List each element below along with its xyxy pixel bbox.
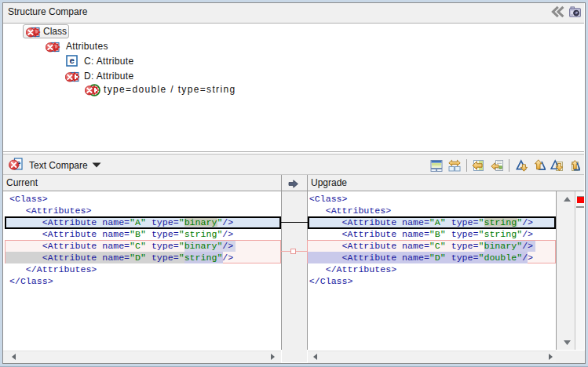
svg-text:e: e xyxy=(69,56,74,65)
